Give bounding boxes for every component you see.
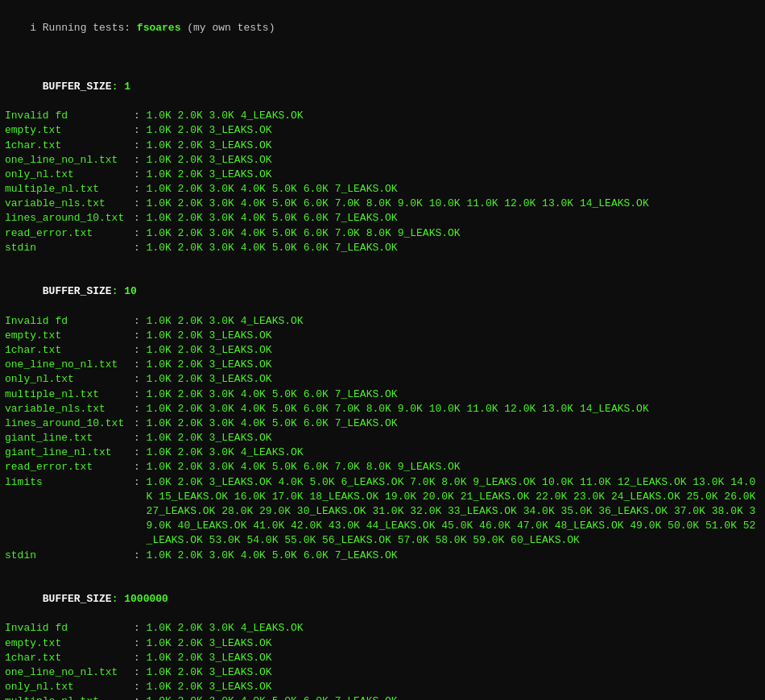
test-row: variable_nls.txt : 1.0K 2.0K 3.0K 4.0K 5… (5, 197, 760, 211)
test-row: read_error.txt : 1.0K 2.0K 3.0K 4.0K 5.0… (5, 226, 760, 241)
section-header-1: BUFFER_SIZE: 1 (5, 65, 760, 110)
header-suffix: (my own tests) (180, 22, 275, 34)
buffer-label-10: BUFFER_SIZE (43, 285, 112, 297)
test-row: one_line_no_nl.txt : 1.0K 2.0K 3_LEAKS.O… (5, 358, 760, 372)
header-prefix: i Running tests: (30, 22, 137, 34)
suite-name: fsoares (137, 22, 181, 34)
header-line: i Running tests: fsoares (my own tests) (5, 6, 760, 51)
test-row: giant_line.txt : 1.0K 2.0K 3_LEAKS.OK (5, 431, 760, 445)
buffer-label-1: BUFFER_SIZE (43, 81, 112, 93)
test-row: Invalid fd : 1.0K 2.0K 3.0K 4_LEAKS.OK (5, 109, 760, 123)
test-row: one_line_no_nl.txt : 1.0K 2.0K 3_LEAKS.O… (5, 153, 760, 168)
section-buffer1: BUFFER_SIZE: 1 Invalid fd : 1.0K 2.0K 3.… (5, 65, 760, 255)
test-row: empty.txt : 1.0K 2.0K 3_LEAKS.OK (5, 636, 760, 651)
test-row: multiple_nl.txt : 1.0K 2.0K 3.0K 4.0K 5.… (5, 387, 760, 402)
test-row: one_line_no_nl.txt : 1.0K 2.0K 3_LEAKS.O… (5, 665, 760, 680)
test-row: read_error.txt : 1.0K 2.0K 3.0K 4.0K 5.0… (5, 460, 760, 474)
test-row: lines_around_10.txt: 1.0K 2.0K 3.0K 4.0K… (5, 416, 760, 431)
test-row: giant_line_nl.txt : 1.0K 2.0K 3.0K 4_LEA… (5, 445, 760, 460)
test-row: Invalid fd : 1.0K 2.0K 3.0K 4_LEAKS.OK (5, 621, 760, 636)
test-row: 1char.txt : 1.0K 2.0K 3_LEAKS.OK (5, 343, 760, 358)
section-buffer1000000: BUFFER_SIZE: 1000000 Invalid fd : 1.0K 2… (5, 578, 760, 700)
section-header-10: BUFFER_SIZE: 10 (5, 270, 760, 314)
test-row: empty.txt : 1.0K 2.0K 3_LEAKS.OK (5, 123, 760, 138)
buffer-value-1: 1 (124, 81, 130, 93)
section-buffer10: BUFFER_SIZE: 10 Invalid fd : 1.0K 2.0K 3… (5, 270, 760, 563)
test-row: Invalid fd : 1.0K 2.0K 3.0K 4_LEAKS.OK (5, 314, 760, 329)
test-row: stdin : 1.0K 2.0K 3.0K 4.0K 5.0K 6.0K 7_… (5, 549, 760, 563)
test-row: lines_around_10.txt: 1.0K 2.0K 3.0K 4.0K… (5, 211, 760, 226)
test-row: stdin : 1.0K 2.0K 3.0K 4.0K 5.0K 6.0K 7_… (5, 241, 760, 255)
buffer-value-10: 10 (124, 285, 137, 297)
test-row: 1char.txt : 1.0K 2.0K 3_LEAKS.OK (5, 139, 760, 153)
test-row: multiple_nl.txt : 1.0K 2.0K 3.0K 4.0K 5.… (5, 694, 760, 700)
section-header-1000000: BUFFER_SIZE: 1000000 (5, 578, 760, 622)
test-row: 1char.txt : 1.0K 2.0K 3_LEAKS.OK (5, 651, 760, 665)
test-row: empty.txt : 1.0K 2.0K 3_LEAKS.OK (5, 329, 760, 343)
test-row: variable_nls.txt : 1.0K 2.0K 3.0K 4.0K 5… (5, 402, 760, 416)
test-row-limits: limits : 1.0K 2.0K 3_LEAKS.OK 4.0K 5.0K … (5, 475, 760, 549)
test-row: multiple_nl.txt : 1.0K 2.0K 3.0K 4.0K 5.… (5, 182, 760, 197)
buffer-label-1m: BUFFER_SIZE (43, 593, 112, 605)
test-row: only_nl.txt : 1.0K 2.0K 3_LEAKS.OK (5, 168, 760, 182)
buffer-value-1m: 1000000 (124, 593, 168, 605)
test-row: only_nl.txt : 1.0K 2.0K 3_LEAKS.OK (5, 372, 760, 387)
terminal: i Running tests: fsoares (my own tests) … (0, 0, 765, 700)
test-row: only_nl.txt : 1.0K 2.0K 3_LEAKS.OK (5, 680, 760, 694)
